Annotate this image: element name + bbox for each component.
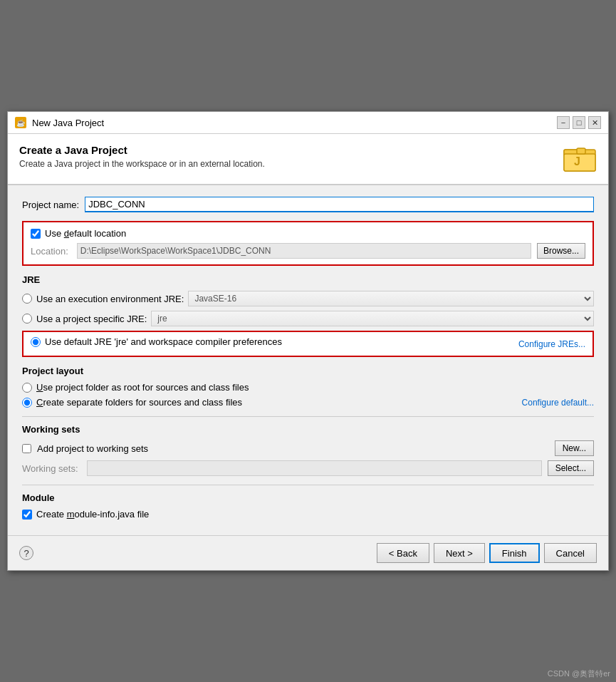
working-sets-label: Working sets:	[22, 463, 78, 474]
dialog-header: Create a Java Project Create a Java proj…	[8, 134, 608, 185]
minimize-button[interactable]: −	[557, 116, 570, 129]
location-label: Location:	[31, 246, 68, 257]
add-working-sets-label: Add project to working sets	[37, 443, 148, 454]
project-jre-row: Use a project specific JRE: jre	[22, 311, 594, 326]
location-box: Use default location Location: Browse...	[22, 221, 594, 266]
exec-env-radio[interactable]	[22, 294, 32, 304]
working-sets-title: Working sets	[22, 424, 594, 435]
back-button[interactable]: < Back	[377, 543, 429, 563]
create-module-info-row: Create module-info.java file	[22, 509, 594, 520]
working-sets-section: Working sets Add project to working sets…	[22, 424, 594, 476]
exec-env-dropdown[interactable]: JavaSE-16	[188, 291, 594, 306]
button-bar: ? < Back Next > Finish Cancel	[8, 535, 608, 570]
project-jre-dropdown[interactable]: jre	[151, 311, 594, 326]
cancel-button[interactable]: Cancel	[544, 543, 597, 563]
dialog-title: New Java Project	[32, 118, 551, 128]
location-input[interactable]	[77, 243, 531, 259]
window-controls: − □ ✕	[557, 116, 601, 129]
header-text: Create a Java Project Create a Java proj…	[19, 144, 265, 169]
use-folder-root-label: Use project folder as root for sources a…	[36, 382, 249, 393]
select-working-set-button[interactable]: Select...	[548, 460, 594, 476]
default-jre-row: Use default JRE 'jre' and workspace comp…	[31, 336, 282, 347]
create-module-info-checkbox[interactable]	[22, 510, 32, 520]
default-jre-box: Use default JRE 'jre' and workspace comp…	[22, 331, 594, 357]
default-jre-label: Use default JRE 'jre' and workspace comp…	[45, 336, 282, 347]
use-default-location-checkbox[interactable]	[31, 229, 41, 239]
add-to-working-sets-row: Add project to working sets New...	[22, 440, 594, 456]
maximize-button[interactable]: □	[573, 116, 585, 129]
use-folder-root-row: Use project folder as root for sources a…	[22, 382, 594, 393]
finish-button[interactable]: Finish	[489, 543, 540, 563]
project-layout-title: Project layout	[22, 366, 594, 376]
project-icon: J	[563, 141, 597, 175]
svg-text:J: J	[574, 155, 580, 167]
default-jre-radio[interactable]	[31, 337, 41, 347]
module-section: Module Create module-info.java file	[22, 492, 594, 520]
close-button[interactable]: ✕	[588, 116, 601, 129]
configure-default-link[interactable]: Configure default...	[522, 398, 594, 408]
project-layout-section: Project layout Use project folder as roo…	[22, 366, 594, 408]
exec-env-row: Use an execution environment JRE: JavaSE…	[22, 291, 594, 306]
help-button[interactable]: ?	[19, 546, 33, 560]
watermark: CSDN @奥普特er	[548, 668, 610, 679]
separate-folders-radio-row: Create separate folders for sources and …	[22, 397, 242, 408]
use-default-location-label: Use default location	[45, 228, 126, 239]
project-name-row: Project name:	[22, 197, 594, 212]
add-working-sets-checkbox[interactable]	[22, 444, 31, 453]
project-name-input[interactable]	[85, 197, 594, 212]
browse-button[interactable]: Browse...	[537, 243, 585, 259]
svg-rect-3	[577, 148, 585, 154]
next-button[interactable]: Next >	[434, 543, 485, 563]
configure-jres-link[interactable]: Configure JREs...	[518, 339, 585, 349]
use-folder-root-radio[interactable]	[22, 383, 32, 393]
new-java-project-dialog: ☕ New Java Project − □ ✕ Create a Java P…	[7, 111, 609, 571]
create-module-info-label: Create module-info.java file	[36, 509, 149, 520]
project-name-label: Project name:	[22, 200, 79, 210]
dialog-icon: ☕	[15, 117, 26, 128]
title-bar: ☕ New Java Project − □ ✕	[8, 112, 608, 134]
separate-folders-row: Create separate folders for sources and …	[22, 397, 594, 408]
jre-section-title: JRE	[22, 274, 594, 285]
header-subtitle: Create a Java project in the workspace o…	[19, 159, 265, 169]
new-working-set-button[interactable]: New...	[555, 440, 594, 456]
exec-env-label: Use an execution environment JRE:	[36, 294, 184, 304]
jre-section: JRE Use an execution environment JRE: Ja…	[22, 274, 594, 357]
separate-folders-radio[interactable]	[22, 398, 32, 408]
project-jre-radio[interactable]	[22, 314, 32, 324]
working-sets-input-row: Working sets: Select...	[22, 460, 594, 476]
header-title: Create a Java Project	[19, 144, 265, 156]
working-sets-input[interactable]	[87, 460, 542, 476]
use-default-location-row: Use default location	[31, 228, 585, 239]
separate-folders-label: Create separate folders for sources and …	[36, 397, 242, 408]
form-content: Project name: Use default location Locat…	[8, 185, 608, 535]
module-title: Module	[22, 492, 594, 503]
project-jre-label: Use a project specific JRE:	[36, 314, 147, 324]
location-row: Location: Browse...	[31, 243, 585, 259]
